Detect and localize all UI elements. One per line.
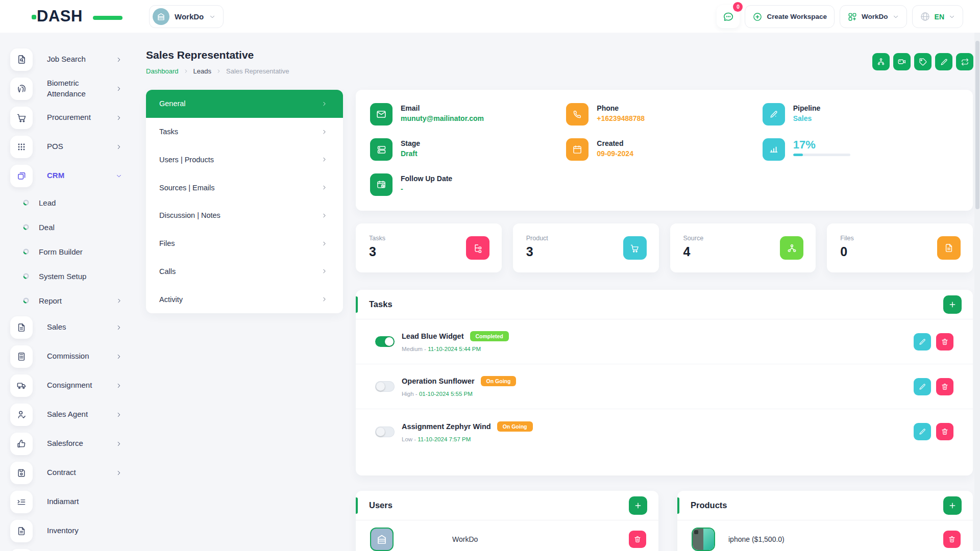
task-row: Lead Blue Widget Completed Medium - 11-1… (356, 319, 973, 364)
sidebar-item-more[interactable] (10, 545, 138, 551)
refresh-button[interactable] (956, 53, 973, 70)
delete-task-button[interactable] (936, 423, 953, 440)
lead-menu-general[interactable]: General (146, 90, 343, 118)
logo-accent-dot (32, 15, 36, 19)
add-task-button[interactable] (943, 295, 962, 314)
edit-task-button[interactable] (914, 378, 931, 395)
page-scrollbar[interactable] (974, 33, 980, 551)
thumbs-up-icon (10, 433, 33, 455)
sidebar-item-label: Sales (47, 322, 112, 332)
product-row: iphone ($1,500.0) (677, 520, 973, 551)
sidebar-item-procurement[interactable]: Procurement (10, 103, 138, 132)
delete-product-button[interactable] (943, 531, 961, 548)
info-label: Created (597, 139, 633, 148)
delete-task-button[interactable] (936, 333, 953, 350)
sidebar-subitem-label: Deal (39, 223, 55, 232)
tasks-tree-icon (466, 236, 489, 260)
sidebar-item-label: Consignment (47, 380, 112, 390)
breadcrumb-leads-link[interactable]: Leads (193, 67, 211, 75)
breadcrumb-current: Sales Representative (226, 67, 289, 75)
task-name: Operation Sunflower (402, 377, 475, 385)
sidebar-subitem-system-setup[interactable]: System Setup (10, 264, 138, 288)
sidebar-item-inventory[interactable]: Inventory (10, 516, 138, 545)
app-logo[interactable]: DASH (37, 7, 108, 26)
sidebar: Job Search Biometric Attendance Procurem… (0, 33, 138, 551)
breadcrumb-dashboard-link[interactable]: Dashboard (146, 67, 179, 75)
sidebar-item-job-search[interactable]: Job Search (10, 45, 138, 74)
sidebar-subitem-report[interactable]: Report (10, 288, 138, 313)
sidebar-item-sales-agent[interactable]: Sales Agent (10, 400, 138, 429)
bar-chart-icon (763, 138, 785, 161)
sidebar-item-indiamart[interactable]: Indiamart (10, 487, 138, 516)
sidebar-item-pos[interactable]: POS (10, 132, 138, 161)
server-icon (370, 138, 393, 161)
lead-menu-files[interactable]: Files (146, 230, 343, 258)
info-email: Email munuty@mailinator.com (370, 103, 566, 138)
chevron-right-icon (321, 268, 328, 274)
workspace-selector[interactable]: WorkDo (149, 5, 224, 28)
account-menu-button[interactable]: WorkDo (840, 5, 907, 28)
lead-menu-users-products[interactable]: Users | Products (146, 146, 343, 174)
sidebar-item-label: Inventory (47, 525, 112, 536)
info-progress: 17% (763, 138, 959, 173)
task-toggle[interactable] (375, 336, 395, 347)
add-user-button[interactable] (629, 496, 647, 515)
account-label: WorkDo (862, 13, 888, 20)
edit-lead-button[interactable] (935, 53, 952, 70)
sidebar-item-label: Contract (47, 467, 112, 478)
lead-menu-tasks[interactable]: Tasks (146, 118, 343, 146)
task-datetime: 11-10-2024 7:57 PM (418, 436, 471, 442)
sidebar-item-label: Salesforce (47, 438, 112, 448)
lead-menu-calls[interactable]: Calls (146, 258, 343, 286)
donut-icon (22, 272, 30, 280)
sidebar-subitem-lead[interactable]: Lead (10, 190, 138, 215)
chevron-down-icon (115, 172, 122, 180)
sidebar-item-sales[interactable]: Sales (10, 313, 138, 342)
sidebar-item-biometric-attendance[interactable]: Biometric Attendance (10, 74, 138, 103)
chevron-right-icon (115, 324, 122, 331)
language-selector[interactable]: EN (912, 5, 963, 28)
messages-button[interactable]: 0 (717, 5, 740, 28)
chevron-right-icon (115, 353, 122, 360)
lead-menu-sources-emails[interactable]: Sources | Emails (146, 173, 343, 202)
plus-icon (948, 502, 957, 510)
delete-task-button[interactable] (936, 378, 953, 395)
task-name: Lead Blue Widget (402, 332, 464, 340)
menu-item-label: Sources | Emails (159, 184, 215, 192)
task-priority: High - (402, 391, 419, 397)
lead-menu-activity[interactable]: Activity (146, 285, 343, 313)
calendar-icon (566, 138, 589, 161)
edit-task-button[interactable] (914, 333, 931, 350)
sidebar-item-contract[interactable]: Contract (10, 458, 138, 487)
convert-to-deal-button[interactable] (872, 53, 890, 70)
sidebar-item-consignment[interactable]: Consignment (10, 371, 138, 400)
meeting-button[interactable] (893, 53, 911, 70)
task-toggle[interactable] (375, 427, 395, 437)
stat-card-tasks: Tasks 3 (356, 223, 502, 272)
scrollbar-thumb[interactable] (975, 41, 979, 209)
info-value-stage: Draft (401, 149, 420, 158)
sidebar-subitem-form-builder[interactable]: Form Builder (10, 239, 138, 264)
chevron-right-icon (321, 212, 328, 219)
video-camera-icon (897, 57, 906, 66)
edit-task-button[interactable] (914, 423, 931, 440)
sidebar-item-commission[interactable]: Commission (10, 342, 138, 371)
task-toggle[interactable] (375, 381, 395, 392)
tasks-header: Tasks (356, 290, 973, 319)
delete-user-button[interactable] (629, 531, 646, 548)
create-workspace-button[interactable]: Create Workspace (745, 5, 835, 28)
create-workspace-label: Create Workspace (767, 13, 827, 20)
task-datetime: 11-10-2024 5:44 PM (428, 346, 481, 352)
labels-button[interactable] (914, 53, 932, 70)
sidebar-item-crm[interactable]: CRM (10, 161, 138, 190)
add-product-button[interactable] (943, 496, 962, 515)
sidebar-item-salesforce[interactable]: Salesforce (10, 429, 138, 458)
sidebar-item-label: Procurement (47, 112, 112, 122)
lead-menu-discussion-notes[interactable]: Discussion | Notes (146, 202, 343, 230)
progress-percent: 17% (793, 139, 850, 151)
file-icon (10, 316, 33, 339)
sidebar-subitem-deal[interactable]: Deal (10, 215, 138, 239)
chevron-right-icon (321, 156, 328, 163)
chevron-right-icon (115, 411, 122, 418)
task-actions (914, 378, 953, 395)
